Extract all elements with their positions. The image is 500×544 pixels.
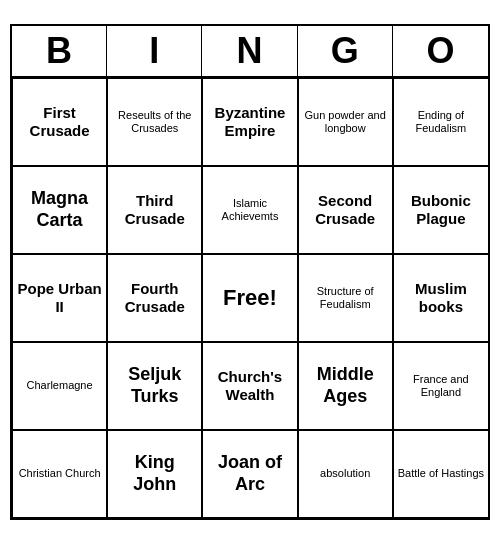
bingo-cell-11: Fourth Crusade xyxy=(107,254,202,342)
bingo-cell-19: France and England xyxy=(393,342,488,430)
header-letter-g: G xyxy=(298,26,393,76)
header-letter-n: N xyxy=(202,26,297,76)
bingo-cell-18: Middle Ages xyxy=(298,342,393,430)
bingo-cell-21: King John xyxy=(107,430,202,518)
bingo-cell-15: Charlemagne xyxy=(12,342,107,430)
bingo-cell-8: Second Crusade xyxy=(298,166,393,254)
header-letter-b: B xyxy=(12,26,107,76)
bingo-cell-16: Seljuk Turks xyxy=(107,342,202,430)
header-letter-i: I xyxy=(107,26,202,76)
bingo-cell-22: Joan of Arc xyxy=(202,430,297,518)
bingo-cell-3: Gun powder and longbow xyxy=(298,78,393,166)
bingo-cell-1: Reseults of the Crusades xyxy=(107,78,202,166)
bingo-cell-6: Third Crusade xyxy=(107,166,202,254)
bingo-cell-17: Church's Wealth xyxy=(202,342,297,430)
bingo-cell-23: absolution xyxy=(298,430,393,518)
bingo-cell-10: Pope Urban II xyxy=(12,254,107,342)
bingo-cell-20: Christian Church xyxy=(12,430,107,518)
bingo-cell-2: Byzantine Empire xyxy=(202,78,297,166)
bingo-cell-4: Ending of Feudalism xyxy=(393,78,488,166)
bingo-grid: First CrusadeReseults of the CrusadesByz… xyxy=(12,78,488,518)
bingo-cell-12: Free! xyxy=(202,254,297,342)
bingo-card: BINGO First CrusadeReseults of the Crusa… xyxy=(10,24,490,520)
bingo-cell-24: Battle of Hastings xyxy=(393,430,488,518)
bingo-cell-13: Structure of Feudalism xyxy=(298,254,393,342)
bingo-cell-14: Muslim books xyxy=(393,254,488,342)
bingo-cell-0: First Crusade xyxy=(12,78,107,166)
bingo-cell-9: Bubonic Plague xyxy=(393,166,488,254)
bingo-cell-5: Magna Carta xyxy=(12,166,107,254)
bingo-header: BINGO xyxy=(12,26,488,78)
header-letter-o: O xyxy=(393,26,488,76)
bingo-cell-7: Islamic Achievemts xyxy=(202,166,297,254)
